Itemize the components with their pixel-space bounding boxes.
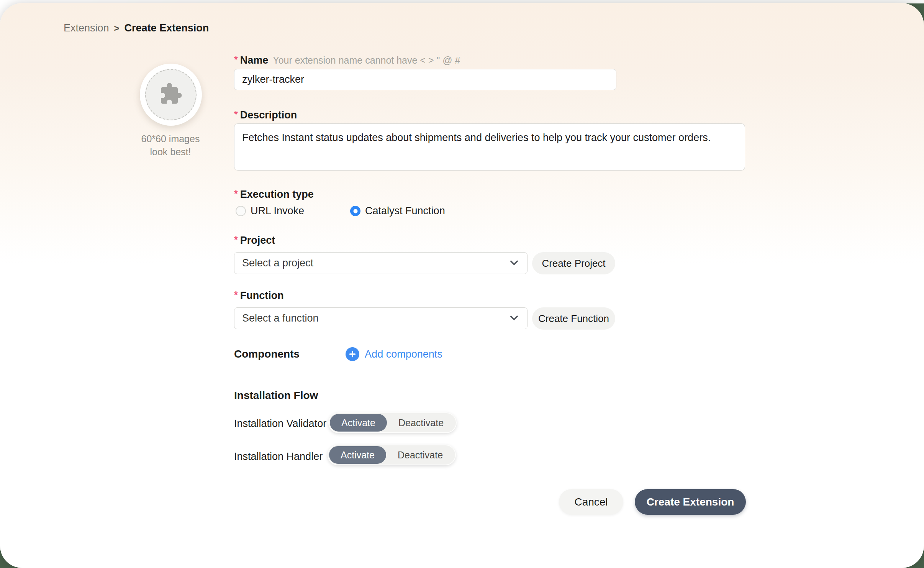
validator-deactivate-option[interactable]: Deactivate xyxy=(387,414,455,432)
add-components-plus-icon[interactable] xyxy=(346,347,359,361)
cancel-button[interactable]: Cancel xyxy=(559,489,623,515)
breadcrumb-separator: > xyxy=(114,23,120,34)
project-select[interactable]: Select a project xyxy=(234,252,528,274)
screen: Extension > Create Extension 60*60 image… xyxy=(0,0,924,568)
required-asterisk: * xyxy=(234,188,238,199)
components-label: Components xyxy=(234,348,300,360)
execution-type-label-text: Execution type xyxy=(240,189,314,200)
name-hint: Your extension name cannot have < > " @ … xyxy=(273,55,460,66)
name-label: *NameYour extension name cannot have < >… xyxy=(234,54,460,66)
logo-size-hint-line1: 60*60 images xyxy=(113,133,228,146)
required-asterisk: * xyxy=(234,289,238,300)
create-extension-page: Extension > Create Extension 60*60 image… xyxy=(0,3,924,568)
description-label: *Description xyxy=(234,109,297,121)
puzzle-icon xyxy=(159,82,183,107)
chevron-down-icon xyxy=(509,312,519,325)
create-extension-button[interactable]: Create Extension xyxy=(635,489,746,515)
execution-type-options: URL Invoke Catalyst Function xyxy=(236,205,445,217)
name-input[interactable] xyxy=(234,69,616,90)
handler-deactivate-option[interactable]: Deactivate xyxy=(386,446,454,464)
chevron-down-icon xyxy=(509,257,519,269)
logo-size-hint-line2: look best! xyxy=(113,146,228,159)
create-project-button[interactable]: Create Project xyxy=(532,252,615,274)
components-row: Components Add components xyxy=(234,347,442,361)
function-select[interactable]: Select a function xyxy=(234,307,528,329)
required-asterisk: * xyxy=(234,54,238,65)
description-label-text: Description xyxy=(240,109,297,121)
radio-catalyst-function[interactable] xyxy=(350,206,360,216)
execution-type-label: *Execution type xyxy=(234,188,314,200)
function-label-text: Function xyxy=(240,290,284,301)
create-function-button[interactable]: Create Function xyxy=(532,307,615,330)
name-label-text: Name xyxy=(240,54,269,66)
description-textarea[interactable]: Fetches Instant status updates about shi… xyxy=(234,123,745,171)
radio-url-invoke-label[interactable]: URL Invoke xyxy=(251,205,304,217)
breadcrumb: Extension > Create Extension xyxy=(64,22,209,34)
validator-activate-option[interactable]: Activate xyxy=(330,414,387,432)
breadcrumb-extension[interactable]: Extension xyxy=(64,22,109,34)
installation-handler-toggle: Activate Deactivate xyxy=(328,445,456,465)
extension-logo-upload[interactable] xyxy=(140,64,202,126)
installation-flow-title: Installation Flow xyxy=(234,389,318,402)
project-label: *Project xyxy=(234,234,275,246)
logo-size-hint: 60*60 images look best! xyxy=(113,133,228,159)
logo-dropzone[interactable] xyxy=(145,69,197,120)
radio-catalyst-function-label[interactable]: Catalyst Function xyxy=(365,205,445,217)
handler-activate-option[interactable]: Activate xyxy=(329,446,386,464)
radio-url-invoke[interactable] xyxy=(236,206,246,216)
project-label-text: Project xyxy=(240,235,275,246)
function-select-placeholder: Select a function xyxy=(242,312,509,324)
breadcrumb-current: Create Extension xyxy=(125,22,209,34)
installation-validator-label: Installation Validator xyxy=(234,418,326,430)
project-select-placeholder: Select a project xyxy=(242,257,509,269)
required-asterisk: * xyxy=(234,109,238,120)
function-label: *Function xyxy=(234,289,284,302)
installation-handler-label: Installation Handler xyxy=(234,451,323,463)
installation-validator-toggle: Activate Deactivate xyxy=(328,412,457,433)
required-asterisk: * xyxy=(234,234,238,245)
add-components-link[interactable]: Add components xyxy=(365,348,442,360)
